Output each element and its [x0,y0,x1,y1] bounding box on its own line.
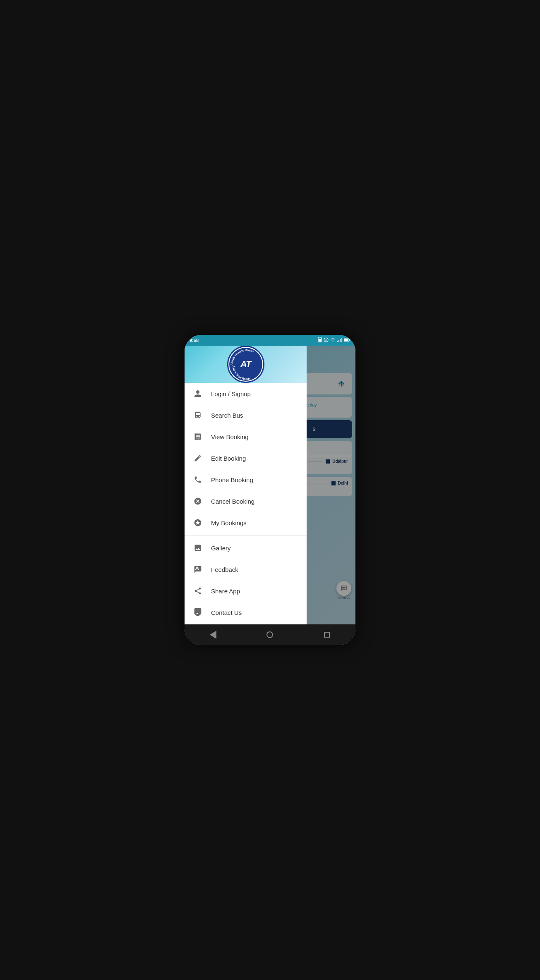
edit-booking-label: Edit Booking [211,455,246,462]
bottom-nav [185,624,355,645]
view-booking-label: View Booking [211,433,249,440]
svg-text:Ashok Travels Roads: Ashok Travels Roads [230,349,254,366]
my-bookings-label: My Bookings [211,519,247,526]
svg-rect-9 [350,339,350,341]
feedback-label: Feedback [211,566,238,573]
svg-rect-4 [337,341,338,342]
phone-icon [193,475,203,485]
gallery-icon [193,543,203,553]
back-triangle-icon [210,631,216,639]
share-icon [193,586,203,596]
logo-circle: AT Ashok Travels Roads Ashok Trips Roads [227,346,264,383]
edit-icon [193,453,203,463]
home-circle-icon [266,631,273,638]
menu-item-edit-booking[interactable]: Edit Booking [185,447,307,469]
data-icon: @ [324,337,329,343]
menu-item-feedback[interactable]: Feedback [185,559,307,580]
svg-rect-7 [341,338,342,342]
recents-button[interactable] [319,626,335,643]
cancel-icon [193,496,203,506]
person-icon [193,389,203,399]
phone-frame: 9:58 @ [185,335,355,645]
nav-drawer: AT Ashok Travels Roads Ashok Trips Roads [185,346,307,624]
menu-divider [185,535,307,535]
contact-icon [193,607,203,617]
drawer-header: AT Ashok Travels Roads Ashok Trips Roads [185,346,307,383]
svg-rect-10 [344,339,348,341]
menu-section: Login / Signup Search Bus View Booking [185,383,307,624]
search-bus-label: Search Bus [211,412,243,419]
recents-square-icon [324,632,330,638]
phone-booking-label: Phone Booking [211,476,253,483]
gallery-label: Gallery [211,545,231,552]
share-app-label: Share App [211,588,240,595]
menu-item-share-app[interactable]: Share App [185,580,307,602]
svg-rect-5 [338,340,339,342]
back-button[interactable] [205,626,221,643]
status-icons: @ [318,337,350,343]
svg-text:@: @ [325,339,327,342]
status-bar: 9:58 @ [185,335,355,346]
signal-icon [337,338,342,343]
sim-icon [318,337,322,343]
svg-rect-6 [340,339,341,342]
menu-item-phone-booking[interactable]: Phone Booking [185,469,307,490]
svg-text:Ashok Trips Roads: Ashok Trips Roads [232,366,250,381]
menu-item-cancel-booking[interactable]: Cancel Booking [185,490,307,512]
menu-item-my-bookings[interactable]: My Bookings [185,512,307,533]
bus-icon [193,410,203,420]
contact-us-label: Contact Us [211,609,242,616]
menu-item-contact-us[interactable]: Contact Us [185,602,307,623]
login-label: Login / Signup [211,390,251,397]
battery-icon [344,338,350,343]
menu-item-login[interactable]: Login / Signup [185,383,307,404]
phone-screen: 9:58 @ [185,335,355,645]
menu-item-search-bus[interactable]: Search Bus [185,404,307,426]
menu-item-view-booking[interactable]: View Booking [185,426,307,447]
status-time: 9:58 [190,338,199,343]
home-button[interactable] [262,626,278,643]
star-icon [193,518,203,528]
receipt-icon [193,432,203,442]
feedback-icon-menu [193,564,203,574]
menu-item-gallery[interactable]: Gallery [185,537,307,559]
svg-rect-1 [319,339,321,342]
cancel-booking-label: Cancel Booking [211,498,254,505]
wifi-icon [330,338,336,343]
